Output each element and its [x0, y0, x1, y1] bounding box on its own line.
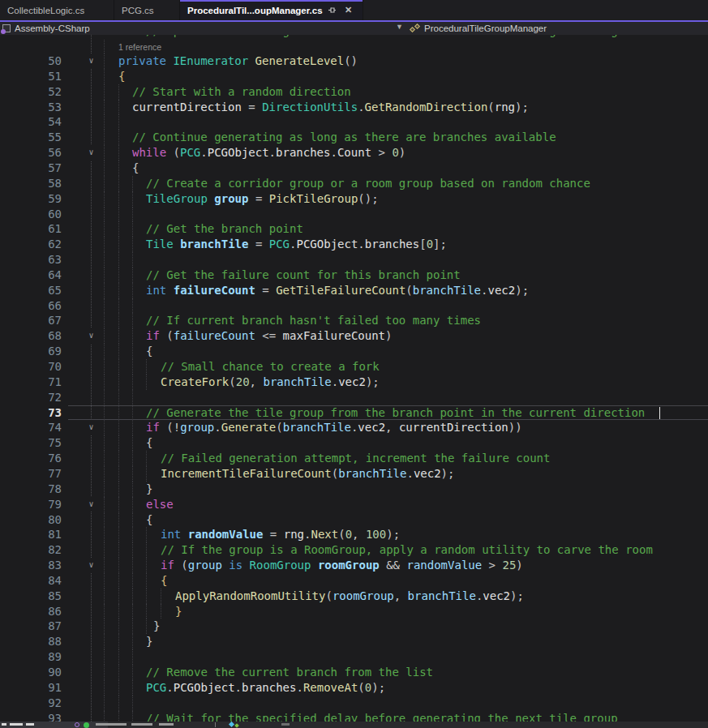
indent-guide [132, 542, 133, 558]
caret [659, 407, 661, 419]
code-line[interactable]: 55// Continue generating as long as ther… [0, 130, 708, 145]
code-line[interactable]: 78} [0, 482, 708, 497]
code-line[interactable]: 61// Get the branch point [0, 221, 708, 237]
code-line[interactable]: 80{ [0, 512, 708, 528]
indent-guide [132, 328, 133, 344]
code-line[interactable]: 71CreateFork(20, branchTile.vec2); [0, 375, 708, 390]
indent-guide [104, 680, 105, 696]
code-line[interactable]: 50∨private IEnumerator GenerateLevel() [0, 54, 708, 69]
code-line[interactable]: 53currentDirection = DirectionUtils.GetR… [0, 100, 708, 115]
project-dropdown[interactable]: Assembly-CSharp ▼ [0, 22, 407, 35]
separator [215, 722, 216, 727]
code-line[interactable]: 72 [0, 390, 708, 405]
code-line[interactable]: 70// Small chance to create a fork [0, 359, 708, 375]
code-text: Tile branchTile = PCG.PCGObject.branches… [146, 237, 447, 252]
tab-proceduraltilegroupmanager-cs[interactable]: ProceduralTil...oupManager.cs ✕ [180, 0, 363, 20]
indent-guide [132, 589, 133, 604]
code-line[interactable]: 51{ [0, 69, 708, 84]
indent-guide [104, 145, 105, 161]
code-line[interactable]: 58// Create a corridor group or a room g… [0, 176, 708, 191]
code-line[interactable]: 75{ [0, 435, 708, 451]
fold-chevron-icon[interactable]: ∨ [85, 54, 97, 69]
line-number: 68 [0, 328, 62, 344]
indent-guide [132, 482, 133, 497]
code-line[interactable]: 76// Failed generation attempt, incremen… [0, 451, 708, 466]
indent-guide [132, 176, 133, 191]
indent-guide [104, 328, 105, 344]
indent-guide [146, 558, 147, 573]
indent-guide [118, 84, 119, 100]
code-line[interactable]: 79∨else [0, 497, 708, 512]
fold-chevron-icon[interactable]: ∨ [85, 145, 97, 161]
indent-guide [118, 527, 119, 542]
type-dropdown[interactable]: ProceduralTileGroupManager [410, 22, 547, 35]
indent-guide [104, 451, 105, 466]
code-line[interactable]: 63 [0, 252, 708, 268]
code-line[interactable]: 91PCG.PCGObject.branches.RemoveAt(0); [0, 680, 708, 696]
indent-guide [132, 696, 133, 711]
code-text: { [118, 69, 125, 84]
code-line[interactable]: 85ApplyRandomRoomUtility(roomGroup, bran… [0, 589, 708, 604]
indent-guide [118, 649, 119, 665]
code-line[interactable]: 69{ [0, 344, 708, 359]
code-line[interactable]: 81int randomValue = rng.Next(0, 100); [0, 527, 708, 542]
code-line[interactable]: 62Tile branchTile = PCG.PCGObject.branch… [0, 237, 708, 252]
code-line[interactable]: 57{ [0, 161, 708, 176]
code-line[interactable]: 60 [0, 207, 708, 222]
indent-guide [161, 604, 161, 619]
indent-guide [132, 375, 133, 390]
tab-text-fragment [2, 723, 6, 726]
code-line[interactable]: 86} [0, 604, 708, 619]
code-line[interactable]: 73// Generate the tile group from the br… [0, 405, 708, 421]
code-line[interactable]: 56∨while (PCG.PCGObject.branches.Count >… [0, 145, 708, 161]
pin-icon[interactable] [326, 4, 339, 17]
indent-guide [132, 711, 133, 722]
fold-chevron-icon[interactable]: ∨ [85, 497, 97, 512]
indent-guide [118, 114, 119, 130]
code-line[interactable]: 87} [0, 619, 708, 634]
code-line[interactable]: 77IncrementTileFailureCount(branchTile.v… [0, 466, 708, 482]
code-line[interactable]: 88} [0, 634, 708, 649]
code-line[interactable]: 68∨if (failureCount <= maxFailureCount) [0, 328, 708, 344]
line-number: 80 [0, 512, 62, 528]
indent-guide [118, 634, 119, 649]
code-line[interactable]: 82// If the group is a RoomGroup, apply … [0, 542, 708, 558]
code-line[interactable]: 67// If current branch hasn't failed too… [0, 313, 708, 328]
tab-pcg-cs[interactable]: PCG.cs [114, 0, 180, 20]
code-line[interactable]: 83∨if (group is RoomGroup roomGroup && r… [0, 558, 708, 573]
indent-guide [118, 497, 119, 512]
code-line[interactable]: 92 [0, 696, 708, 711]
editor[interactable]: // Spawn the starting room and seed the … [0, 35, 708, 722]
code-line[interactable]: 89 [0, 649, 708, 665]
code-line[interactable]: 90// Remove the current branch from the … [0, 665, 708, 680]
code-line[interactable]: 59TileGroup group = PickTileGroup(); [0, 191, 708, 207]
chevron-down-icon: ▼ [396, 23, 403, 31]
tab-collectiblelogic-cs[interactable]: CollectibleLogic.cs [0, 0, 114, 20]
codelens-references[interactable]: 1 reference [118, 42, 161, 52]
code-line[interactable]: 65int failureCount = GetTileFailureCount… [0, 283, 708, 298]
codelens-row: 1 reference [0, 40, 708, 54]
code-line[interactable]: 74∨if (!group.Generate(branchTile.vec2, … [0, 420, 708, 435]
fold-chevron-icon[interactable]: ∨ [85, 328, 97, 344]
code-line[interactable]: 64// Get the failure count for this bran… [0, 268, 708, 283]
code-line[interactable]: 93// Wait for the specified delay before… [0, 711, 708, 722]
indent-guide [146, 542, 147, 558]
code-text: private IEnumerator GenerateLevel() [118, 54, 358, 69]
fold-chevron-icon[interactable]: ∨ [85, 558, 97, 573]
code-line[interactable]: 84{ [0, 573, 708, 589]
indent-guide [118, 589, 119, 604]
indent-guide [146, 375, 147, 390]
line-number: 60 [0, 207, 62, 222]
close-icon[interactable]: ✕ [342, 4, 355, 17]
code-text: } [175, 604, 182, 619]
indent-guide [104, 191, 105, 207]
line-number: 63 [0, 252, 62, 268]
line-number: 73 [0, 405, 62, 421]
code-line[interactable]: 54 [0, 114, 708, 130]
indent-guide [132, 619, 133, 634]
tab-bar: CollectibleLogic.cs PCG.cs ProceduralTil… [0, 0, 708, 20]
code-line[interactable]: 52// Start with a random direction [0, 84, 708, 100]
fold-chevron-icon[interactable]: ∨ [85, 420, 97, 435]
indent-guide [118, 451, 119, 466]
code-line[interactable]: 66 [0, 298, 708, 314]
